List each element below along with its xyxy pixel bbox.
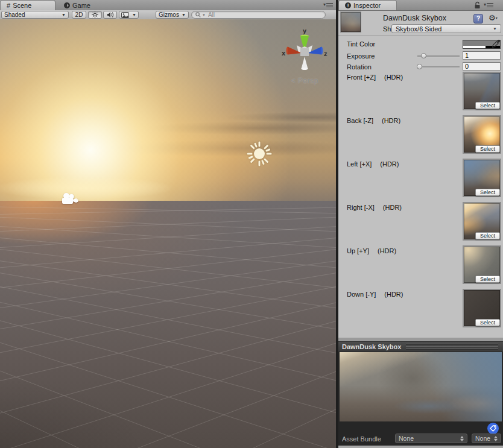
material-title: DawnDusk Skybox [383, 14, 446, 22]
asset-label-button[interactable] [487, 423, 499, 434]
menu-icon [326, 2, 333, 8]
alpha-bar-white [463, 46, 486, 48]
image-icon [121, 12, 129, 18]
back-z-texture-thumb[interactable]: Select [463, 115, 501, 154]
exposure-slider-thumb[interactable] [421, 53, 426, 58]
front-z-select-button[interactable]: Select [475, 102, 500, 109]
axis-x-label: x [282, 49, 286, 57]
2d-toggle-button[interactable]: 2D [72, 11, 86, 19]
camera-gizmo-icon[interactable] [61, 192, 79, 207]
draw-mode-label: Shaded [4, 11, 25, 18]
scene-grid-icon: # [7, 2, 10, 9]
tab-scene[interactable]: # Scene [0, 0, 55, 10]
preview-title: DawnDusk Skybox [342, 343, 401, 350]
front-z-texture-thumb[interactable]: Select [463, 72, 501, 110]
effects-dropdown-button[interactable]: ▼ [119, 11, 139, 19]
tab-game[interactable]: Game [58, 0, 115, 10]
inspector-panel: i Inspector ▾ DawnDusk Skybox ? ⚙▾ Shade… [338, 0, 503, 448]
back-z-label: Back [-Z](HDR) [347, 117, 400, 124]
asset-bundle-value: None [399, 435, 414, 442]
asset-bundle-dropdown[interactable]: None [395, 434, 467, 443]
scene-search: ▼ [191, 11, 326, 19]
down-y-label: Down [-Y](HDR) [347, 291, 403, 298]
rotation-label: Rotation [347, 63, 372, 71]
tint-color-label: Tint Color [347, 40, 375, 48]
search-filter-arrow-icon[interactable]: ▼ [202, 13, 206, 17]
back-z-select-button[interactable]: Select [475, 145, 500, 153]
exposure-slider[interactable] [417, 55, 460, 57]
tag-icon [490, 425, 496, 432]
up-y-label: Up [+Y](HDR) [347, 247, 396, 254]
updown-arrows-icon [494, 436, 498, 441]
exposure-value-field[interactable] [463, 51, 501, 60]
front-z-label: Front [+Z](HDR) [347, 74, 403, 81]
right-x-select-button[interactable]: Select [475, 232, 500, 239]
sun-icon [92, 11, 98, 18]
tab-game-label: Game [72, 2, 90, 9]
skybox-preview-image[interactable] [340, 352, 502, 421]
tab-inspector[interactable]: i Inspector [338, 0, 397, 10]
dropdown-arrow-icon: ▼ [182, 13, 186, 17]
eyedropper-icon[interactable] [492, 39, 501, 48]
left-x-texture-thumb[interactable]: Select [463, 159, 501, 197]
dropdown-arrow-icon: ▾ [484, 2, 486, 7]
rotation-slider[interactable] [417, 66, 460, 68]
tab-inspector-label: Inspector [353, 2, 381, 9]
right-x-label: Right [-X](HDR) [347, 204, 402, 211]
inspector-panel-menu[interactable]: ▾ [484, 2, 493, 8]
inspector-lock[interactable] [474, 1, 481, 9]
axis-orientation-gizmo[interactable]: y x z [279, 28, 330, 78]
right-x-texture-thumb[interactable]: Select [463, 202, 501, 241]
window-bottom-edge [338, 446, 503, 448]
preview-header[interactable]: DawnDusk Skybox [338, 341, 503, 352]
rotation-slider-thumb[interactable] [417, 64, 422, 69]
header-divider [338, 35, 503, 36]
scene-toolbar: Shaded ▼ 2D [0, 10, 336, 20]
asset-variant-dropdown[interactable]: None [472, 434, 501, 443]
left-x-label: Left [+X](HDR) [347, 160, 399, 168]
search-input[interactable] [207, 11, 321, 19]
info-icon: i [345, 2, 351, 8]
preview-drag-handle-icon [406, 342, 498, 351]
dropdown-arrow-icon: ▾ [323, 2, 326, 7]
dropdown-arrow-icon: ▼ [62, 13, 66, 17]
gear-icon[interactable]: ⚙▾ [489, 14, 498, 22]
shader-dropdown[interactable]: Skybox/6 Sided ▼ [391, 24, 501, 33]
left-x-select-button[interactable]: Select [475, 189, 500, 196]
game-icon [64, 2, 70, 8]
speaker-icon [107, 11, 114, 18]
material-preview-thumbnail[interactable] [340, 11, 361, 33]
updown-arrows-icon [460, 436, 464, 441]
exposure-label: Exposure [347, 52, 375, 60]
up-y-texture-thumb[interactable]: Select [463, 245, 501, 284]
help-icon[interactable]: ? [473, 14, 483, 24]
asset-variant-value: None [475, 435, 490, 442]
2d-label: 2D [75, 11, 83, 18]
up-y-select-button[interactable]: Select [475, 276, 500, 283]
unity-editor-window: # Scene Game ▾ Shaded ▼ 2D [0, 0, 503, 448]
shader-value: Skybox/6 Sided [396, 25, 441, 33]
audio-toggle-button[interactable] [103, 11, 117, 19]
down-y-texture-thumb[interactable]: Select [463, 289, 501, 327]
projection-mode-label[interactable]: < Persp [279, 77, 330, 85]
gizmos-dropdown[interactable]: Gizmos ▼ [156, 11, 189, 19]
down-y-select-button[interactable]: Select [475, 319, 500, 326]
dropdown-arrow-icon: ▼ [493, 27, 497, 31]
dropdown-arrow-icon: ▼ [132, 13, 136, 17]
search-icon [195, 12, 201, 17]
scene-viewport[interactable]: y x z < Persp [0, 19, 336, 448]
gizmos-label: Gizmos [159, 11, 179, 18]
axis-z-label: z [324, 50, 327, 57]
ground-plane [0, 201, 336, 448]
inspector-tabbar: i Inspector ▾ [338, 0, 503, 11]
rotation-value-field[interactable] [463, 62, 501, 71]
asset-bundle-label: Asset Bundle [342, 435, 381, 443]
directional-light-gizmo-icon[interactable] [245, 139, 274, 168]
scene-panel: # Scene Game ▾ Shaded ▼ 2D [0, 0, 336, 448]
scene-tabbar: # Scene Game ▾ [0, 0, 336, 11]
lighting-toggle-button[interactable] [88, 11, 102, 19]
tab-scene-label: Scene [13, 2, 31, 9]
scene-panel-menu[interactable]: ▾ [323, 2, 333, 8]
lock-icon [474, 1, 481, 9]
draw-mode-dropdown[interactable]: Shaded ▼ [1, 11, 69, 19]
